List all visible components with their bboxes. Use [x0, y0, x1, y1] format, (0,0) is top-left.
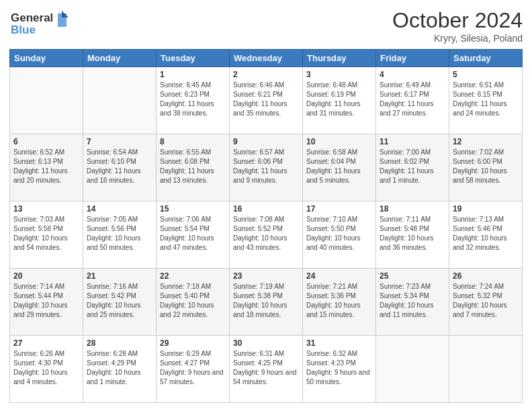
- calendar-week-row: 1Sunrise: 6:45 AM Sunset: 6:23 PM Daylig…: [10, 67, 523, 134]
- calendar-cell: 13Sunrise: 7:03 AM Sunset: 5:58 PM Dayli…: [10, 201, 83, 269]
- calendar-weekday-header: Thursday: [303, 50, 376, 67]
- day-number: 1: [160, 70, 226, 79]
- logo: General Blue: [9, 8, 70, 40]
- day-number: 22: [160, 271, 226, 281]
- calendar-table: SundayMondayTuesdayWednesdayThursdayFrid…: [9, 49, 523, 403]
- calendar-cell: 25Sunrise: 7:23 AM Sunset: 5:34 PM Dayli…: [376, 269, 449, 336]
- day-number: 27: [13, 338, 79, 348]
- day-info: Sunrise: 6:52 AM Sunset: 6:13 PM Dayligh…: [13, 148, 79, 185]
- day-number: 5: [453, 70, 519, 79]
- calendar-cell: [449, 336, 523, 403]
- calendar-cell: 26Sunrise: 7:24 AM Sunset: 5:32 PM Dayli…: [449, 269, 523, 336]
- day-info: Sunrise: 7:02 AM Sunset: 6:00 PM Dayligh…: [453, 148, 519, 185]
- svg-marker-3: [62, 11, 69, 17]
- day-info: Sunrise: 7:10 AM Sunset: 5:50 PM Dayligh…: [306, 215, 372, 253]
- calendar-week-row: 13Sunrise: 7:03 AM Sunset: 5:58 PM Dayli…: [10, 201, 523, 269]
- main-title: October 2024: [392, 8, 523, 33]
- day-info: Sunrise: 7:18 AM Sunset: 5:40 PM Dayligh…: [160, 282, 226, 320]
- calendar-cell: [83, 67, 157, 134]
- day-info: Sunrise: 6:58 AM Sunset: 6:04 PM Dayligh…: [306, 148, 372, 185]
- calendar-cell: 11Sunrise: 7:00 AM Sunset: 6:02 PM Dayli…: [376, 134, 449, 201]
- day-number: 15: [160, 204, 226, 214]
- day-info: Sunrise: 6:55 AM Sunset: 6:08 PM Dayligh…: [160, 148, 226, 185]
- day-info: Sunrise: 7:08 AM Sunset: 5:52 PM Dayligh…: [233, 215, 299, 253]
- day-number: 10: [306, 137, 372, 146]
- calendar-cell: 17Sunrise: 7:10 AM Sunset: 5:50 PM Dayli…: [303, 201, 376, 269]
- day-number: 6: [13, 137, 79, 146]
- day-number: 11: [380, 137, 445, 146]
- calendar-cell: 4Sunrise: 6:49 AM Sunset: 6:17 PM Daylig…: [376, 67, 449, 134]
- day-info: Sunrise: 7:06 AM Sunset: 5:54 PM Dayligh…: [160, 215, 226, 253]
- calendar-cell: 19Sunrise: 7:13 AM Sunset: 5:46 PM Dayli…: [449, 201, 523, 269]
- day-number: 12: [453, 137, 519, 146]
- calendar-cell: 2Sunrise: 6:46 AM Sunset: 6:21 PM Daylig…: [230, 67, 303, 134]
- day-number: 29: [160, 338, 226, 348]
- day-number: 28: [87, 338, 152, 348]
- calendar-cell: 9Sunrise: 6:57 AM Sunset: 6:06 PM Daylig…: [230, 134, 303, 201]
- day-number: 30: [233, 338, 299, 348]
- calendar-weekday-header: Saturday: [449, 50, 523, 67]
- calendar-cell: [10, 67, 83, 134]
- calendar-weekday-header: Monday: [83, 50, 157, 67]
- day-info: Sunrise: 7:23 AM Sunset: 5:34 PM Dayligh…: [380, 282, 445, 320]
- calendar-cell: 28Sunrise: 6:28 AM Sunset: 4:29 PM Dayli…: [83, 336, 157, 403]
- day-info: Sunrise: 7:24 AM Sunset: 5:32 PM Dayligh…: [453, 282, 519, 320]
- day-info: Sunrise: 7:19 AM Sunset: 5:38 PM Dayligh…: [233, 282, 299, 320]
- day-info: Sunrise: 6:46 AM Sunset: 6:21 PM Dayligh…: [233, 81, 299, 118]
- day-info: Sunrise: 7:13 AM Sunset: 5:46 PM Dayligh…: [453, 215, 519, 253]
- calendar-cell: 6Sunrise: 6:52 AM Sunset: 6:13 PM Daylig…: [10, 134, 83, 201]
- calendar-cell: 7Sunrise: 6:54 AM Sunset: 6:10 PM Daylig…: [83, 134, 157, 201]
- title-block: October 2024 Kryry, Silesia, Poland: [392, 8, 523, 44]
- day-number: 14: [87, 204, 152, 214]
- day-number: 9: [233, 137, 299, 146]
- header: General Blue October 2024 Kryry, Silesia…: [9, 8, 523, 44]
- calendar-week-row: 6Sunrise: 6:52 AM Sunset: 6:13 PM Daylig…: [10, 134, 523, 201]
- calendar-cell: 21Sunrise: 7:16 AM Sunset: 5:42 PM Dayli…: [83, 269, 157, 336]
- calendar-header-row: SundayMondayTuesdayWednesdayThursdayFrid…: [10, 50, 523, 67]
- calendar-weekday-header: Tuesday: [157, 50, 230, 67]
- calendar-cell: 15Sunrise: 7:06 AM Sunset: 5:54 PM Dayli…: [157, 201, 230, 269]
- calendar-cell: 29Sunrise: 6:29 AM Sunset: 4:27 PM Dayli…: [157, 336, 230, 403]
- day-info: Sunrise: 7:03 AM Sunset: 5:58 PM Dayligh…: [13, 215, 79, 253]
- day-info: Sunrise: 6:57 AM Sunset: 6:06 PM Dayligh…: [233, 148, 299, 185]
- day-number: 19: [453, 204, 519, 214]
- day-number: 31: [306, 338, 372, 348]
- calendar-cell: 1Sunrise: 6:45 AM Sunset: 6:23 PM Daylig…: [157, 67, 230, 134]
- calendar-weekday-header: Wednesday: [230, 50, 303, 67]
- day-info: Sunrise: 6:49 AM Sunset: 6:17 PM Dayligh…: [380, 81, 445, 118]
- day-info: Sunrise: 6:48 AM Sunset: 6:19 PM Dayligh…: [306, 81, 372, 118]
- day-number: 13: [13, 204, 79, 214]
- day-number: 25: [380, 271, 445, 281]
- calendar-cell: 14Sunrise: 7:05 AM Sunset: 5:56 PM Dayli…: [83, 201, 157, 269]
- svg-text:General: General: [11, 11, 53, 24]
- calendar-cell: 18Sunrise: 7:11 AM Sunset: 5:48 PM Dayli…: [376, 201, 449, 269]
- day-number: 7: [87, 137, 152, 146]
- calendar-weekday-header: Friday: [376, 50, 449, 67]
- day-info: Sunrise: 6:32 AM Sunset: 4:23 PM Dayligh…: [306, 349, 372, 387]
- calendar-cell: 5Sunrise: 6:51 AM Sunset: 6:15 PM Daylig…: [449, 67, 523, 134]
- day-number: 8: [160, 137, 226, 146]
- logo-text: General Blue: [9, 8, 70, 40]
- day-info: Sunrise: 6:51 AM Sunset: 6:15 PM Dayligh…: [453, 81, 519, 118]
- day-number: 21: [87, 271, 152, 281]
- day-number: 24: [306, 271, 372, 281]
- subtitle: Kryry, Silesia, Poland: [392, 33, 523, 44]
- day-info: Sunrise: 7:05 AM Sunset: 5:56 PM Dayligh…: [87, 215, 152, 253]
- calendar-cell: 27Sunrise: 6:26 AM Sunset: 4:30 PM Dayli…: [10, 336, 83, 403]
- calendar-week-row: 20Sunrise: 7:14 AM Sunset: 5:44 PM Dayli…: [10, 269, 523, 336]
- day-number: 3: [306, 70, 372, 79]
- day-info: Sunrise: 6:45 AM Sunset: 6:23 PM Dayligh…: [160, 81, 226, 118]
- day-info: Sunrise: 7:11 AM Sunset: 5:48 PM Dayligh…: [380, 215, 445, 253]
- calendar-cell: 20Sunrise: 7:14 AM Sunset: 5:44 PM Dayli…: [10, 269, 83, 336]
- calendar-cell: 3Sunrise: 6:48 AM Sunset: 6:19 PM Daylig…: [303, 67, 376, 134]
- day-number: 23: [233, 271, 299, 281]
- calendar-cell: 30Sunrise: 6:31 AM Sunset: 4:25 PM Dayli…: [230, 336, 303, 403]
- calendar-weekday-header: Sunday: [10, 50, 83, 67]
- calendar-cell: 8Sunrise: 6:55 AM Sunset: 6:08 PM Daylig…: [157, 134, 230, 201]
- day-number: 26: [453, 271, 519, 281]
- day-info: Sunrise: 7:14 AM Sunset: 5:44 PM Dayligh…: [13, 282, 79, 320]
- calendar-cell: 24Sunrise: 7:21 AM Sunset: 5:36 PM Dayli…: [303, 269, 376, 336]
- day-info: Sunrise: 6:29 AM Sunset: 4:27 PM Dayligh…: [160, 349, 226, 387]
- day-info: Sunrise: 7:21 AM Sunset: 5:36 PM Dayligh…: [306, 282, 372, 320]
- calendar-week-row: 27Sunrise: 6:26 AM Sunset: 4:30 PM Dayli…: [10, 336, 523, 403]
